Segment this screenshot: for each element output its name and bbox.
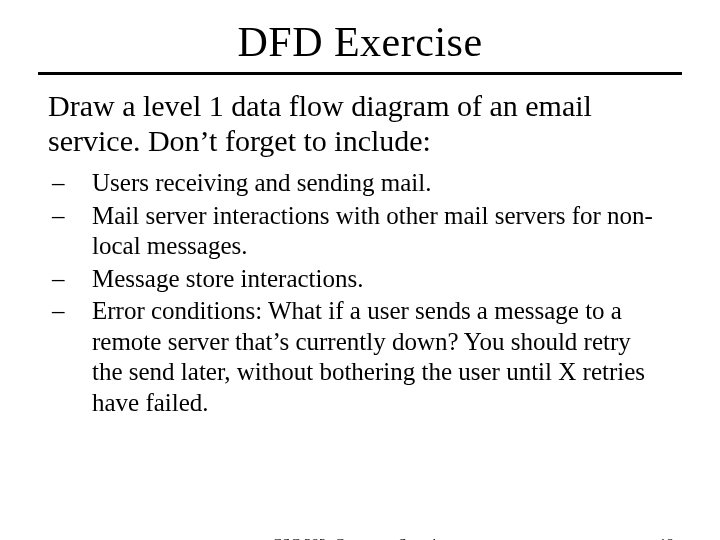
- title-underline: [38, 72, 682, 75]
- dash-icon: –: [72, 168, 92, 199]
- list-item: –Message store interactions.: [72, 264, 664, 295]
- slide: DFD Exercise Draw a level 1 data flow di…: [0, 18, 720, 540]
- list-item: –Mail server interactions with other mai…: [72, 201, 664, 262]
- list-item-text: Error conditions: What if a user sends a…: [92, 297, 645, 416]
- dash-icon: –: [72, 264, 92, 295]
- bullet-list: –Users receiving and sending mail. –Mail…: [72, 168, 664, 418]
- list-item-text: Mail server interactions with other mail…: [92, 202, 653, 260]
- lead-text: Draw a level 1 data flow diagram of an e…: [48, 89, 660, 158]
- slide-title: DFD Exercise: [0, 18, 720, 66]
- dash-icon: –: [72, 296, 92, 327]
- list-item: –Error conditions: What if a user sends …: [72, 296, 664, 418]
- footer-page-number: 19: [659, 536, 674, 540]
- list-item: –Users receiving and sending mail.: [72, 168, 664, 199]
- list-item-text: Users receiving and sending mail.: [92, 169, 432, 196]
- dash-icon: –: [72, 201, 92, 232]
- footer-course: CSC 382: Computer Security: [0, 536, 720, 540]
- list-item-text: Message store interactions.: [92, 265, 363, 292]
